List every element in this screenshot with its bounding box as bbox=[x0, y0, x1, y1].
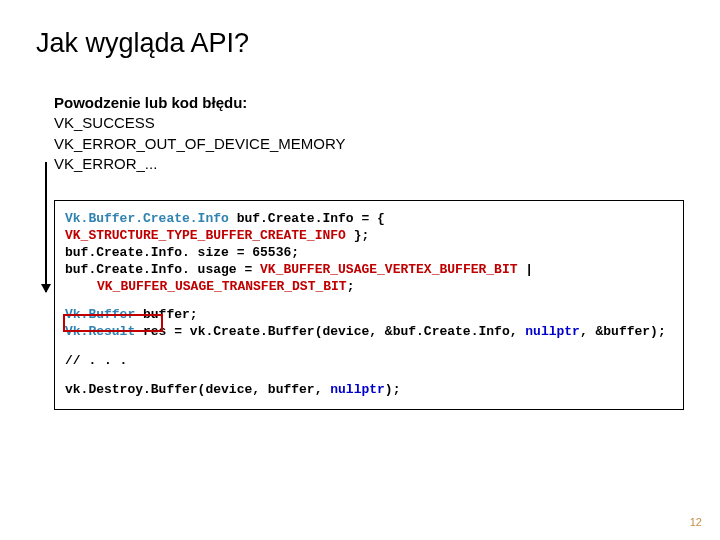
explanation-block: Powodzenie lub kod błędu: VK_SUCCESS VK_… bbox=[54, 93, 684, 174]
code-text: }; bbox=[346, 228, 369, 243]
code-literal: VK_BUFFER_USAGE_TRANSFER_DST_BIT bbox=[97, 279, 347, 294]
code-text: vk.Destroy.Buffer(device, buffer, bbox=[65, 382, 330, 397]
code-text: , &buffer); bbox=[580, 324, 666, 339]
code-text: ; bbox=[347, 279, 355, 294]
code-text: buf.Create.Info. usage = bbox=[65, 262, 260, 277]
page-number: 12 bbox=[690, 516, 702, 528]
code-block: Vk.Buffer.Create.Info buf.Create.Info = … bbox=[54, 200, 684, 410]
code-line: buf.Create.Info. size = 65536; bbox=[65, 245, 673, 262]
arrow-icon bbox=[45, 162, 47, 292]
code-text: ); bbox=[385, 382, 401, 397]
code-comment: // . . . bbox=[65, 353, 673, 370]
explain-line3: VK_ERROR_OUT_OF_DEVICE_MEMORY bbox=[54, 135, 345, 152]
code-type: Vk.Result bbox=[65, 324, 135, 339]
explain-line4: VK_ERROR_... bbox=[54, 155, 157, 172]
code-text: buf.Create.Info = { bbox=[229, 211, 385, 226]
code-literal: VK_STRUCTURE_TYPE_BUFFER_CREATE_INFO bbox=[65, 228, 346, 243]
code-literal: VK_BUFFER_USAGE_VERTEX_BUFFER_BIT bbox=[260, 262, 517, 277]
slide-title: Jak wygląda API? bbox=[36, 28, 684, 59]
code-text: buffer; bbox=[135, 307, 197, 322]
code-text: | bbox=[518, 262, 534, 277]
code-keyword: nullptr bbox=[525, 324, 580, 339]
code-text: res = vk.Create.Buffer(device, &buf.Crea… bbox=[135, 324, 525, 339]
code-type: Vk.Buffer.Create.Info bbox=[65, 211, 229, 226]
explain-line2: VK_SUCCESS bbox=[54, 114, 155, 131]
explain-heading: Powodzenie lub kod błędu: bbox=[54, 94, 247, 111]
code-type: Vk.Buffer bbox=[65, 307, 135, 322]
code-keyword: nullptr bbox=[330, 382, 385, 397]
